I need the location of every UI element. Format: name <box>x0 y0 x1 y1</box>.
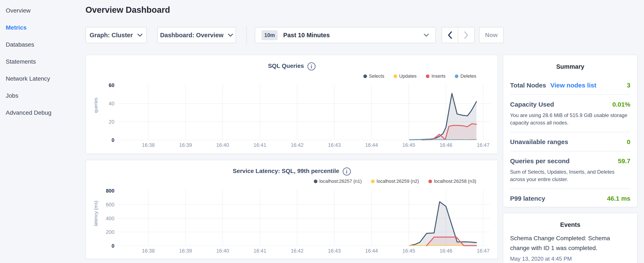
summary-value: 3 <box>627 82 630 89</box>
events-title: Events <box>503 213 637 228</box>
chart-legend: localhost:26257 (n1) localhost:26259 (n2… <box>314 178 476 184</box>
sidebar-item-databases[interactable]: Databases <box>6 36 76 53</box>
svg-text:16:47: 16:47 <box>477 248 490 254</box>
legend-item: Deletes <box>455 73 476 79</box>
svg-text:16:41: 16:41 <box>254 248 266 254</box>
sql-queries-plot[interactable]: 16:3816:3916:4016:4116:4216:4316:4416:45… <box>98 83 490 148</box>
svg-text:16:42: 16:42 <box>291 248 304 254</box>
legend-dot <box>426 75 430 78</box>
svg-text:16:46: 16:46 <box>440 248 452 254</box>
chevron-down-icon <box>424 34 429 37</box>
legend-label: localhost:26258 (n3) <box>434 178 476 184</box>
chevron-left-icon <box>447 31 453 39</box>
legend-item: Updates <box>394 73 416 79</box>
chart-title: Service Latency: SQL, 99th percentile <box>232 168 339 174</box>
time-range-label: Past 10 Minutes <box>283 32 330 39</box>
info-icon[interactable]: i <box>343 167 351 176</box>
legend-label: Deletes <box>460 73 476 79</box>
summary-title: Summary <box>503 55 637 70</box>
legend-item: localhost:26259 (n2) <box>371 178 419 184</box>
legend-dot <box>394 75 397 78</box>
graph-scope-dropdown[interactable]: Graph: Cluster <box>86 27 147 43</box>
summary-value: 0 <box>627 138 630 146</box>
service-latency-chart-card: Service Latency: SQL, 99th percentilei l… <box>86 160 498 259</box>
now-button[interactable]: Now <box>479 27 504 43</box>
dashboard-label: Dashboard: Overview <box>160 32 224 39</box>
svg-text:16:40: 16:40 <box>216 142 229 148</box>
sidebar-item-statements[interactable]: Statements <box>6 53 76 70</box>
summary-label: Unavailable ranges <box>510 138 568 146</box>
summary-label: Capacity Used <box>510 101 554 108</box>
summary-row-capacity-used: Capacity Used 0.01% You are using 28.6 M… <box>510 95 630 132</box>
svg-text:400: 400 <box>106 215 114 221</box>
summary-caption: You are using 28.6 MiB of 515.9 GiB usab… <box>510 112 630 126</box>
sidebar-item-advanced-debug[interactable]: Advanced Debug <box>6 104 76 121</box>
svg-text:16:39: 16:39 <box>179 142 192 148</box>
svg-text:0: 0 <box>112 137 114 143</box>
graph-scope-label: Graph: Cluster <box>90 32 133 39</box>
view-nodes-list-link[interactable]: View nodes list <box>550 82 596 89</box>
dashboard-dropdown[interactable]: Dashboard: Overview <box>157 27 236 43</box>
sidebar: Overview Metrics Databases Statements Ne… <box>6 2 76 121</box>
svg-text:16:39: 16:39 <box>179 248 192 254</box>
legend-label: Selects <box>369 73 384 79</box>
next-timespan-button[interactable] <box>458 28 474 43</box>
summary-panel: Summary Total Nodes View nodes list 3 Ca… <box>503 55 638 207</box>
time-step-buttons <box>442 27 475 43</box>
controls-divider <box>246 26 247 45</box>
sidebar-item-metrics[interactable]: Metrics <box>6 19 76 36</box>
summary-row-unavailable-ranges: Unavailable ranges 0 <box>510 132 630 151</box>
svg-text:16:38: 16:38 <box>142 142 154 148</box>
page-title: Overview Dashboard <box>86 5 170 15</box>
summary-label: Queries per second <box>510 157 570 165</box>
sql-queries-chart-card: SQL Queriesi Selects Updates Inserts Del… <box>86 55 498 154</box>
svg-text:200: 200 <box>106 229 114 235</box>
svg-text:60: 60 <box>109 83 114 88</box>
summary-value: 0.01% <box>612 101 630 108</box>
service-latency-plot[interactable]: 16:3816:3916:4016:4116:4216:4316:4416:45… <box>98 188 490 254</box>
chevron-right-icon <box>464 31 469 39</box>
svg-text:16:45: 16:45 <box>402 248 415 254</box>
chevron-down-icon <box>228 34 233 37</box>
event-timestamp: May 13, 2020 at 4:45 PM <box>510 255 630 262</box>
svg-text:16:47: 16:47 <box>477 142 490 148</box>
svg-text:0: 0 <box>112 243 114 249</box>
info-icon[interactable]: i <box>308 62 316 70</box>
svg-text:800: 800 <box>106 188 114 194</box>
svg-text:40: 40 <box>109 101 114 106</box>
chevron-down-icon <box>137 34 143 37</box>
summary-row-p99-latency: P99 latency 46.1 ms <box>510 188 630 208</box>
time-range-badge: 10m <box>262 30 278 40</box>
legend-item: localhost:26257 (n1) <box>314 178 362 184</box>
chart-legend: Selects Updates Inserts Deletes <box>363 73 476 79</box>
sidebar-item-jobs[interactable]: Jobs <box>6 87 76 104</box>
summary-row-queries-per-second: Queries per second 59.7 Sum of Selects, … <box>510 151 630 188</box>
svg-text:600: 600 <box>106 202 114 207</box>
legend-dot <box>363 75 367 78</box>
summary-label: Total Nodes <box>510 82 546 89</box>
summary-value: 46.1 ms <box>607 195 630 202</box>
legend-item: Selects <box>363 73 384 79</box>
legend-label: Updates <box>399 73 416 79</box>
svg-text:16:41: 16:41 <box>254 142 266 148</box>
svg-text:16:38: 16:38 <box>142 248 154 254</box>
legend-dot <box>314 180 318 183</box>
sidebar-item-network-latency[interactable]: Network Latency <box>6 70 76 87</box>
legend-label: localhost:26259 (n2) <box>376 178 419 184</box>
summary-label: P99 latency <box>510 195 545 202</box>
time-range-dropdown[interactable]: 10m Past 10 Minutes <box>255 27 436 43</box>
summary-value: 59.7 <box>618 157 630 165</box>
legend-item: Inserts <box>426 73 446 79</box>
summary-row-total-nodes: Total Nodes View nodes list 3 <box>510 76 630 95</box>
legend-dot <box>371 180 374 183</box>
events-panel: Events Schema Change Completed: Schema c… <box>503 213 638 263</box>
svg-text:16:40: 16:40 <box>216 248 229 254</box>
svg-text:16:42: 16:42 <box>291 142 304 148</box>
sidebar-item-overview[interactable]: Overview <box>6 2 76 19</box>
event-text: Schema Change Completed: Schema change w… <box>510 233 630 253</box>
chart-title: SQL Queries <box>268 63 304 69</box>
previous-timespan-button[interactable] <box>442 28 458 43</box>
svg-text:20: 20 <box>109 119 114 125</box>
event-list-item: Schema Change Completed: Schema change w… <box>503 228 637 262</box>
legend-item: localhost:26258 (n3) <box>428 178 476 184</box>
